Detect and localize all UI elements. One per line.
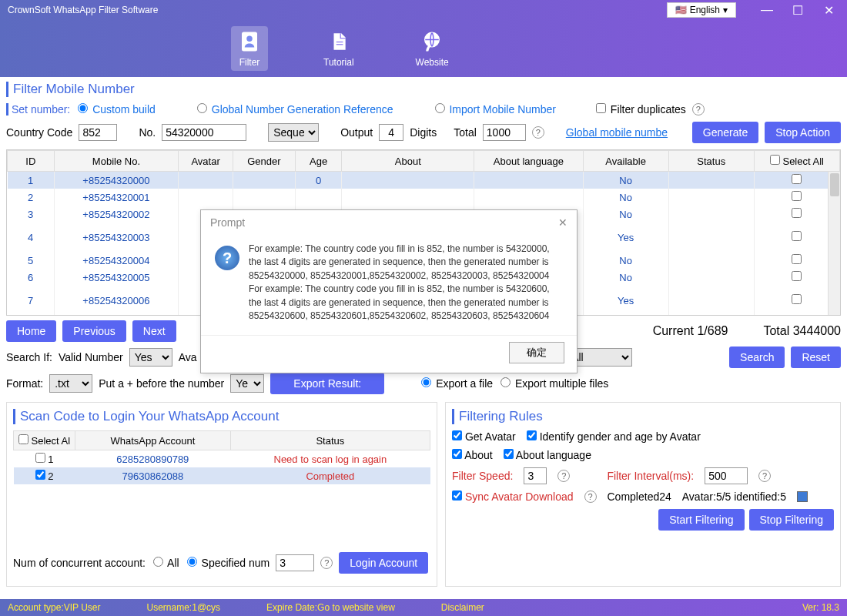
column-header[interactable]: Select All (754, 151, 839, 172)
reset-button[interactable]: Reset (791, 346, 841, 368)
modal-ok-button[interactable]: 确定 (509, 342, 564, 363)
radio-all[interactable]: All (152, 557, 179, 569)
radio-custom-build[interactable]: Custom build (76, 103, 156, 116)
account-checkbox[interactable] (35, 470, 45, 480)
chevron-down-icon: ▾ (723, 5, 728, 15)
modal-close-icon[interactable]: ✕ (558, 216, 567, 229)
toolbar-filter[interactable]: Filter (231, 26, 268, 71)
column-header[interactable]: Status (668, 151, 754, 172)
home-button[interactable]: Home (6, 320, 56, 342)
filter-interval-label: Filter Interval(ms): (607, 470, 694, 482)
no-label: No. (139, 126, 156, 139)
row-checkbox[interactable] (792, 294, 802, 304)
mode-select[interactable]: Seque (268, 123, 319, 142)
valid-number-select[interactable]: Yes (129, 348, 172, 367)
total-label: Total (454, 126, 477, 139)
total-input[interactable] (483, 124, 526, 141)
row-checkbox[interactable] (792, 191, 802, 201)
filter-speed-label: Filter Speed: (452, 470, 513, 482)
plus-select[interactable]: Ye (230, 374, 264, 393)
stop-filtering-button[interactable]: Stop Filtering (749, 509, 834, 531)
column-header[interactable]: About language (474, 151, 583, 172)
close-button[interactable]: ✕ (813, 2, 844, 18)
radio-export-file[interactable]: Export a file (420, 377, 493, 390)
stop-action-button[interactable]: Stop Action (765, 122, 841, 143)
radio-import[interactable]: Import Mobile Number (434, 103, 556, 116)
row-checkbox[interactable] (792, 208, 802, 218)
column-header[interactable]: Available (583, 151, 668, 172)
row-checkbox[interactable] (792, 271, 802, 281)
start-filtering-button[interactable]: Start Filtering (658, 509, 744, 531)
toolbar-website[interactable]: Website (410, 26, 455, 71)
help-icon[interactable]: ? (532, 126, 544, 139)
global-mobile-link[interactable]: Global mobile numbe (566, 126, 668, 139)
output-input[interactable] (379, 124, 403, 141)
column-header[interactable]: Gender (233, 151, 295, 172)
concurrent-label: Num of concurrent account: (13, 557, 146, 569)
search-button[interactable]: Search (729, 346, 785, 368)
previous-button[interactable]: Previous (62, 320, 126, 342)
row-checkbox[interactable] (792, 254, 802, 264)
svg-rect-2 (336, 42, 343, 42)
radio-export-multi[interactable]: Export multiple files (499, 377, 608, 390)
svg-point-1 (246, 36, 253, 42)
filter-interval-input[interactable] (705, 467, 748, 484)
select-all-accounts[interactable] (18, 434, 28, 444)
help-icon[interactable]: ? (758, 470, 771, 482)
row-checkbox[interactable] (792, 174, 802, 184)
scrollbar[interactable] (828, 172, 840, 315)
svg-rect-3 (336, 44, 343, 45)
filter-speed-input[interactable] (524, 467, 547, 484)
checkbox-filter-duplicates[interactable]: Filter duplicates (596, 103, 686, 116)
specified-num-input[interactable] (276, 554, 314, 571)
column-header[interactable]: About (342, 151, 474, 172)
format-select[interactable]: .txt (49, 374, 92, 393)
column-header[interactable]: ID (8, 151, 55, 172)
flag-icon: 🇺🇸 (675, 5, 687, 15)
help-icon[interactable]: ? (557, 470, 570, 482)
account-row[interactable]: 16285280890789Need to scan log in again (14, 450, 430, 468)
generate-button[interactable]: Generate (692, 122, 758, 143)
toolbar-tutorial[interactable]: Tutorial (317, 26, 360, 71)
account-checkbox[interactable] (35, 453, 45, 463)
radio-specified[interactable]: Specified num (186, 557, 270, 569)
export-result-button[interactable]: Export Result: (270, 373, 384, 394)
minimize-button[interactable]: ― (752, 2, 782, 18)
number-input[interactable] (162, 124, 246, 141)
checkbox-identify[interactable]: Identify gender and age by Avatar (527, 430, 701, 443)
checkbox-about[interactable]: About (452, 449, 493, 461)
column-header[interactable]: Avatar (179, 151, 233, 172)
radio-global-ref[interactable]: Global Number Generation Reference (196, 103, 393, 116)
help-icon[interactable]: ? (584, 490, 597, 503)
section-title-filter: Filter Mobile Number (6, 82, 841, 97)
table-row[interactable]: 1+852543200000No (8, 172, 840, 189)
statusbar: Account type:VIP User Username:1@cys Exp… (0, 599, 847, 616)
status-account: Account type:VIP User (8, 602, 101, 613)
checkbox-about-lang[interactable]: About language (504, 449, 591, 461)
column-header[interactable]: Age (295, 151, 342, 172)
window-title: CrownSoft WhatsApp Filter Software (3, 5, 667, 15)
table-row[interactable]: 2+85254320001No (8, 189, 840, 206)
status-username: Username:1@cys (147, 602, 221, 613)
country-code-label: Country Code (6, 126, 72, 139)
modal-title: Prompt (210, 216, 245, 229)
next-button[interactable]: Next (132, 320, 176, 342)
language-selector[interactable]: 🇺🇸 English ▾ (667, 2, 736, 18)
select-all-checkbox[interactable] (770, 155, 780, 165)
total-count: Total 3444000 (763, 324, 841, 338)
question-icon: ? (215, 246, 239, 270)
login-account-button[interactable]: Login Account (339, 552, 428, 574)
column-header[interactable]: Mobile No. (54, 151, 179, 172)
country-code-input[interactable] (79, 124, 117, 141)
checkbox-sync-avatar[interactable]: Sync Avatar Download (452, 490, 574, 503)
help-icon[interactable]: ? (692, 103, 705, 116)
set-number-label: Set number: (6, 103, 70, 116)
avatar-label: Ava (179, 351, 197, 363)
help-icon[interactable]: ? (320, 557, 333, 569)
checkbox-get-avatar[interactable]: Get Avatar (452, 430, 516, 443)
status-disclaimer[interactable]: Disclaimer (441, 602, 484, 613)
account-row[interactable]: 279630862088Completed (14, 467, 430, 484)
put-plus-label: Put a + before the number (99, 377, 224, 390)
row-checkbox[interactable] (792, 231, 802, 241)
maximize-button[interactable]: ☐ (782, 2, 813, 18)
